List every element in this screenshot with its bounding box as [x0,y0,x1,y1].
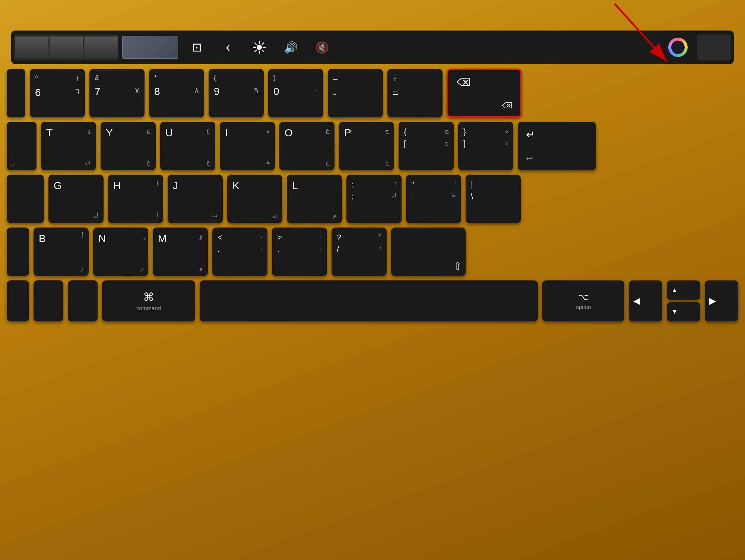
key-arrow-down[interactable]: ▼ [667,302,700,321]
fn-key[interactable] [7,280,29,321]
key-bracket-left[interactable]: { ج [ ج [399,122,454,170]
svg-point-0 [257,45,262,50]
tb-thumbnails[interactable] [14,34,118,60]
key-equals[interactable]: + = [387,69,443,117]
key-h[interactable]: H آ ا [108,175,163,223]
key-l[interactable]: L م [287,175,342,223]
key-comma[interactable]: < ، , ، [212,228,267,276]
key-command[interactable]: ⌘ command [102,280,195,321]
key-minus[interactable]: – - [328,69,383,117]
svg-line-8 [255,50,256,52]
tb-brightness-button[interactable] [244,34,274,60]
key-6[interactable]: ^ ١ 6 ٦ [30,69,85,117]
tb-volume-muted-button[interactable]: 🔇 [307,34,337,60]
key-9[interactable]: ( 9 ٩ [209,69,264,117]
key-t[interactable]: T ؤ ف [41,122,96,170]
key-m[interactable]: M ؤ و [153,228,208,276]
arrow-keys-vertical: ▲ ▼ [667,280,700,321]
keyboard-body: ⊡ ‹ 🔊 🔇 [0,0,745,560]
key-period[interactable]: > . . . [272,228,327,276]
key-option[interactable]: ⌥ option [542,280,624,321]
shift-row: B أ ز N ٍ ر M [7,228,738,276]
key-arrow-right[interactable]: ▶ [705,280,738,321]
key-b[interactable]: B أ ز [34,228,89,276]
key-semicolon[interactable]: : ؛ ; ك [346,175,402,223]
keys-area: ^ ١ 6 ٦ & 7 ٧ [7,69,738,553]
key-spacebar[interactable] [200,280,538,321]
key-quote[interactable]: " ؛ ' ط [406,175,461,223]
qwerty-row: ف T ؤ ف Y غ غ [7,122,738,170]
bottom-row: ⌘ command ⌥ option ◀ [7,280,738,321]
key-return[interactable]: ↵ ↩ [518,122,596,170]
tb-back-button[interactable]: ‹ [213,34,243,60]
tb-power-key[interactable] [697,34,731,60]
key-shift-right[interactable]: ⇧ [391,228,466,276]
backspace-icon [456,77,470,87]
key-o[interactable]: O خ خ [279,122,335,170]
key-y[interactable]: Y غ غ [101,122,156,170]
key-8[interactable]: * 8 ٨ [149,69,204,117]
annotation-arrow [603,0,678,71]
number-row: ^ ١ 6 ٦ & 7 ٧ [7,69,738,117]
key-arrow-left[interactable]: ◀ [629,280,662,321]
key-g[interactable]: G ل [48,175,104,223]
key-7[interactable]: & 7 ٧ [89,69,145,117]
tab-key-partial[interactable]: ف [7,122,37,170]
alt-key-left[interactable] [68,280,98,321]
tb-tab-overview-button[interactable]: ⊡ [182,34,212,60]
key-n[interactable]: N ٍ ر [93,228,148,276]
tb-volume-up-button[interactable]: 🔊 [276,34,305,60]
svg-line-10 [615,4,667,61]
svg-line-7 [262,43,264,44]
key-0[interactable]: ) 0 ٠ [268,69,323,117]
key-j[interactable]: J ت [168,175,223,223]
backspace-icon-small [502,101,512,109]
ctrl-key[interactable] [34,280,63,321]
key-backslash[interactable]: | \ [466,175,521,223]
svg-line-6 [262,50,264,52]
key-u[interactable]: U ع ع [160,122,215,170]
partial-left-key-1 [7,69,25,117]
svg-line-5 [255,43,256,44]
shift-left-key[interactable] [7,228,29,276]
key-backspace[interactable] [447,69,522,117]
key-k[interactable]: K ن [227,175,282,223]
key-p[interactable]: P ح ح [339,122,394,170]
tb-active-thumb[interactable] [122,36,178,59]
key-i[interactable]: I ه هـ [220,122,275,170]
key-slash[interactable]: ? ؟ / / [332,228,387,276]
caps-lock-key[interactable] [7,175,44,223]
home-row: G ل H آ ا J [7,175,738,223]
key-arrow-up[interactable]: ▲ [667,280,700,300]
key-bracket-right[interactable]: } ة ] ة [458,122,513,170]
